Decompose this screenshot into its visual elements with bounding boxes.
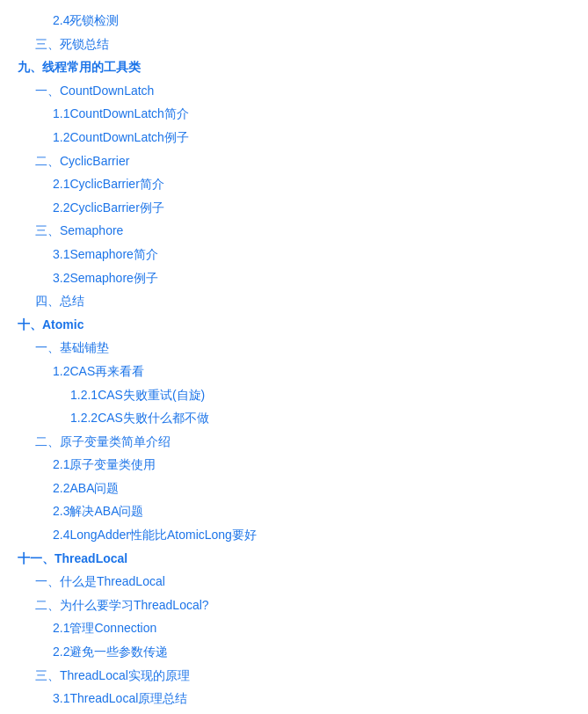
toc-item[interactable]: 1.2CAS再来看看 bbox=[18, 360, 570, 383]
toc-item[interactable]: 2.2CyclicBarrier例子 bbox=[18, 196, 570, 220]
toc-item[interactable]: 3.2Semaphore例子 bbox=[18, 266, 570, 290]
toc-item[interactable]: 一、CountDownLatch bbox=[18, 79, 570, 103]
toc-item[interactable]: 十一、ThreadLocal bbox=[18, 547, 570, 571]
toc-item[interactable]: 四、总结 bbox=[18, 289, 570, 313]
toc-item[interactable]: 十、Atomic bbox=[18, 313, 570, 337]
toc-item[interactable]: 2.4LongAdder性能比AtomicLong要好 bbox=[18, 523, 570, 547]
toc-item[interactable]: 三、Semaphore bbox=[18, 219, 570, 243]
toc-item[interactable]: 一、基础铺垫 bbox=[18, 336, 570, 360]
toc-item[interactable]: 1.2.1CAS失败重试(自旋) bbox=[18, 383, 570, 407]
toc-item[interactable]: 3.1Semaphore简介 bbox=[18, 243, 570, 266]
toc-item[interactable]: 2.4死锁检测 bbox=[18, 9, 570, 33]
toc-item[interactable]: 二、原子变量类简单介绍 bbox=[18, 430, 570, 454]
toc-item[interactable]: 二、CyclicBarrier bbox=[18, 149, 570, 173]
toc-item[interactable]: 三、ThreadLocal实现的原理 bbox=[18, 664, 570, 688]
toc-container: 2.4死锁检测三、死锁总结九、线程常用的工具类一、CountDownLatch1… bbox=[18, 9, 570, 714]
toc-item[interactable]: 1.2CountDownLatch例子 bbox=[18, 126, 570, 149]
toc-item[interactable]: 2.2避免一些参数传递 bbox=[18, 640, 570, 664]
toc-item[interactable]: 2.1原子变量类使用 bbox=[18, 453, 570, 477]
toc-item[interactable]: 1.1CountDownLatch简介 bbox=[18, 102, 570, 126]
toc-item[interactable]: 2.1CyclicBarrier简介 bbox=[18, 172, 570, 196]
toc-item[interactable]: 四、避免内存泄露 bbox=[18, 710, 570, 714]
toc-item[interactable]: 2.2ABA问题 bbox=[18, 477, 570, 500]
toc-item[interactable]: 2.1管理Connection bbox=[18, 616, 570, 640]
toc-item[interactable]: 2.3解决ABA问题 bbox=[18, 499, 570, 523]
toc-item[interactable]: 二、为什么要学习ThreadLocal? bbox=[18, 594, 570, 617]
toc-item[interactable]: 九、线程常用的工具类 bbox=[18, 55, 570, 79]
toc-item[interactable]: 1.2.2CAS失败什么都不做 bbox=[18, 406, 570, 430]
toc-item[interactable]: 一、什么是ThreadLocal bbox=[18, 570, 570, 594]
toc-item[interactable]: 三、死锁总结 bbox=[18, 33, 570, 56]
toc-item[interactable]: 3.1ThreadLocal原理总结 bbox=[18, 687, 570, 710]
